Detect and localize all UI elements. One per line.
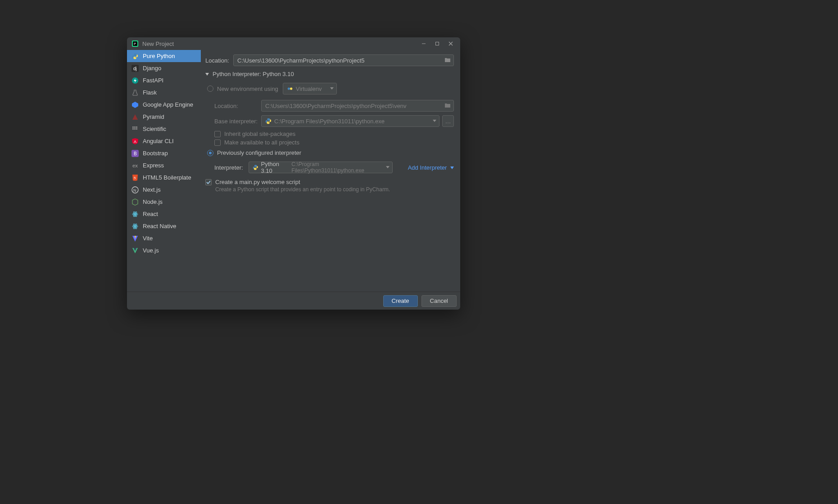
base-interpreter-label: Base interpreter: [214,118,261,125]
python-icon [253,164,258,171]
location-label: Location: [205,57,233,64]
new-project-dialog: P New Project Pure Python dj Django Fast… [127,37,460,310]
python-icon [265,118,272,124]
env-tool-dropdown[interactable]: Virtualenv [283,83,337,94]
sidebar-item-nodejs[interactable]: Node.js [127,196,201,208]
new-env-radio[interactable] [207,86,213,92]
sidebar-item-label: Express [143,162,164,169]
svg-marker-26 [132,199,138,205]
sidebar-item-nextjs[interactable]: N Next.js [127,184,201,196]
sidebar-item-vite[interactable]: Vite [127,232,201,244]
maximize-button[interactable] [430,39,444,48]
sidebar-item-pyramid[interactable]: Pyramid [127,111,201,123]
sidebar-item-label: Pure Python [143,53,175,59]
react-icon [131,211,139,218]
react-native-icon [131,223,139,230]
sidebar-item-label: Next.js [143,186,161,193]
location-field[interactable]: C:\Users\13600\PycharmProjects\pythonPro… [233,54,454,66]
sidebar-item-label: Google App Engine [143,101,193,108]
sidebar-item-scientific[interactable]: Scientific [127,123,201,135]
prev-conf-radio-row: Previously configured interpreter [207,149,454,156]
express-icon: ex [131,162,139,169]
svg-rect-12 [132,126,134,128]
welcome-script-checkbox[interactable] [205,179,212,185]
sidebar-item-html5[interactable]: 5 HTML5 Boilerplate [127,171,201,184]
sidebar-item-django[interactable]: dj Django [127,62,201,74]
html5-icon: 5 [131,174,139,181]
pycharm-icon: P [131,40,139,47]
svg-text:P: P [134,42,136,46]
new-env-radio-row: New environment using Virtualenv [207,83,454,94]
nextjs-icon: N [131,186,139,194]
sidebar-item-angular[interactable]: A Angular CLI [127,135,201,147]
welcome-script-label: Create a main.py welcome script [215,179,300,185]
sidebar-item-label: Bootstrap [143,150,168,157]
main-panel: Location: C:\Users\13600\PycharmProjects… [201,50,460,292]
sidebar-item-gae[interactable]: Google App Engine [127,99,201,111]
folder-icon[interactable] [444,57,451,64]
scientific-icon [131,126,139,133]
welcome-script-row: Create a main.py welcome script [205,179,454,185]
svg-point-31 [135,225,136,227]
sidebar-item-label: Vite [143,235,153,242]
bootstrap-icon: B [131,150,139,157]
svg-text:5: 5 [134,176,136,180]
sidebar-item-label: HTML5 Boilerplate [143,174,191,181]
interpreter-label: Interpreter: [214,164,249,171]
python-icon [131,53,139,60]
svg-marker-42 [450,166,454,169]
svg-point-41 [290,87,292,90]
welcome-script-hint: Create a Python script that provides an … [215,186,454,193]
svg-marker-11 [132,114,138,120]
dialog-body: Pure Python dj Django FastAPI Flask Goog… [127,50,460,292]
svg-marker-10 [132,102,138,108]
inherit-checkbox[interactable] [214,131,221,137]
sidebar-item-fastapi[interactable]: FastAPI [127,74,201,86]
interpreter-section-header[interactable]: Python Interpreter: Python 3.10 [205,71,454,77]
svg-point-27 [135,213,136,215]
prev-conf-label: Previously configured interpreter [217,149,301,156]
add-interpreter-link[interactable]: Add Interpreter [408,164,454,171]
svg-rect-16 [134,128,136,130]
folder-icon[interactable] [444,102,451,110]
svg-rect-4 [436,42,439,45]
sidebar-item-label: React [143,211,158,217]
sidebar-item-label: Flask [143,89,157,96]
env-location-label: Location: [214,103,261,109]
sidebar-item-react-native[interactable]: React Native [127,220,201,232]
flask-icon [131,89,139,96]
sidebar-item-label: Angular CLI [143,138,174,144]
sidebar-item-label: Pyramid [143,113,164,120]
create-button[interactable]: Create [383,295,418,307]
prev-conf-radio[interactable] [207,150,213,156]
new-env-subsection: Location: C:\Users\13600\PycharmProjects… [205,100,454,146]
svg-rect-13 [134,126,136,128]
env-location-field[interactable]: C:\Users\13600\PycharmProjects\pythonPro… [261,100,454,112]
prev-conf-subsection: Interpreter: Python 3.10 C:\Program File… [205,162,454,173]
sidebar-item-pure-python[interactable]: Pure Python [127,50,201,62]
google-app-engine-icon [131,101,139,108]
svg-text:A: A [134,140,136,144]
sidebar-item-label: Django [143,65,161,72]
minimize-button[interactable] [417,39,430,48]
close-button[interactable] [444,39,458,48]
sidebar-item-vuejs[interactable]: Vue.js [127,244,201,256]
sidebar-item-bootstrap[interactable]: B Bootstrap [127,147,201,159]
svg-text:N: N [133,188,136,193]
base-interpreter-dropdown[interactable]: C:\Program Files\Python31011\python.exe [261,115,439,127]
sidebar-item-flask[interactable]: Flask [127,86,201,99]
sidebar-item-react[interactable]: React [127,208,201,220]
sidebar-item-label: Node.js [143,198,163,205]
svg-text:dj: dj [133,66,137,71]
dialog-footer: Create Cancel [127,292,460,310]
svg-text:B: B [134,151,137,156]
sidebar-item-label: Vue.js [143,247,159,254]
cancel-button[interactable]: Cancel [421,295,457,307]
interpreter-dropdown[interactable]: Python 3.10 C:\Program Files\Python31011… [249,162,393,173]
sidebar-item-express[interactable]: ex Express [127,159,201,171]
browse-interpreter-button[interactable]: … [442,115,454,127]
django-icon: dj [131,65,139,72]
angular-icon: A [131,138,139,145]
chevron-down-icon [330,87,334,90]
make-available-checkbox[interactable] [214,140,221,146]
